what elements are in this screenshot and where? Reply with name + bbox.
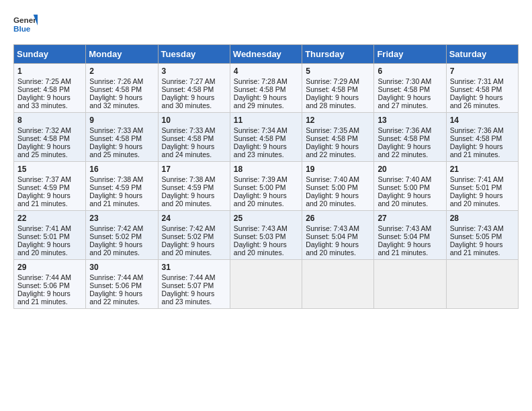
calendar-cell: 28Sunrise: 7:43 AMSunset: 5:05 PMDayligh… [446, 211, 518, 260]
daylight: Daylight: 9 hours and 22 minutes. [378, 142, 431, 158]
day-number: 7 [450, 66, 515, 76]
sunset: Sunset: 4:58 PM [306, 85, 358, 93]
sunset: Sunset: 4:58 PM [234, 85, 286, 93]
sunrise: Sunrise: 7:34 AM [234, 126, 287, 134]
calendar-cell: 24Sunrise: 7:42 AMSunset: 5:02 PMDayligh… [158, 211, 230, 260]
sunrise: Sunrise: 7:33 AM [89, 126, 143, 134]
weekday-header: Thursday [302, 45, 374, 64]
day-number: 22 [17, 214, 82, 223]
logo: GeneralBlue [13, 13, 38, 38]
sunset: Sunset: 5:01 PM [17, 232, 70, 240]
day-number: 12 [306, 116, 370, 125]
day-number: 26 [306, 214, 370, 223]
sunrise: Sunrise: 7:27 AM [162, 77, 216, 85]
day-number: 20 [378, 165, 442, 174]
calendar-cell: 16Sunrise: 7:38 AMSunset: 4:59 PMDayligh… [86, 162, 158, 211]
calendar-table: SundayMondayTuesdayWednesdayThursdayFrid… [13, 44, 519, 309]
calendar-cell: 17Sunrise: 7:38 AMSunset: 4:59 PMDayligh… [158, 162, 230, 211]
calendar-cell [446, 260, 518, 309]
sunrise: Sunrise: 7:38 AM [162, 175, 216, 183]
day-number: 30 [89, 263, 154, 272]
daylight: Daylight: 9 hours and 25 minutes. [17, 142, 71, 158]
daylight: Daylight: 9 hours and 25 minutes. [89, 142, 142, 158]
calendar-cell: 26Sunrise: 7:43 AMSunset: 5:04 PMDayligh… [302, 211, 374, 260]
sunset: Sunset: 4:59 PM [162, 183, 214, 191]
calendar-cell: 8Sunrise: 7:32 AMSunset: 4:58 PMDaylight… [14, 113, 86, 162]
sunset: Sunset: 5:07 PM [162, 281, 214, 289]
day-number: 28 [450, 214, 515, 223]
day-number: 1 [17, 66, 82, 76]
calendar-cell: 2Sunrise: 7:26 AMSunset: 4:58 PMDaylight… [86, 64, 158, 113]
sunset: Sunset: 4:58 PM [306, 134, 358, 142]
daylight: Daylight: 9 hours and 20 minutes. [89, 240, 142, 257]
day-number: 15 [17, 165, 82, 174]
day-number: 10 [162, 116, 226, 125]
calendar-cell: 25Sunrise: 7:43 AMSunset: 5:03 PMDayligh… [230, 211, 302, 260]
sunset: Sunset: 5:06 PM [17, 281, 70, 289]
calendar-header-row: SundayMondayTuesdayWednesdayThursdayFrid… [14, 45, 519, 64]
sunset: Sunset: 5:02 PM [89, 232, 142, 240]
calendar-week-row: 15Sunrise: 7:37 AMSunset: 4:59 PMDayligh… [14, 162, 519, 211]
svg-text:Blue: Blue [13, 24, 31, 33]
calendar-cell: 22Sunrise: 7:41 AMSunset: 5:01 PMDayligh… [14, 211, 86, 260]
daylight: Daylight: 9 hours and 21 minutes. [17, 191, 71, 208]
daylight: Daylight: 9 hours and 24 minutes. [162, 142, 215, 158]
calendar-cell: 1Sunrise: 7:25 AMSunset: 4:58 PMDaylight… [14, 64, 86, 113]
page-header: GeneralBlue [13, 13, 519, 38]
daylight: Daylight: 9 hours and 30 minutes. [162, 93, 215, 109]
calendar-week-row: 8Sunrise: 7:32 AMSunset: 4:58 PMDaylight… [14, 113, 519, 162]
daylight: Daylight: 9 hours and 21 minutes. [89, 191, 142, 208]
sunset: Sunset: 4:59 PM [17, 183, 70, 191]
sunrise: Sunrise: 7:41 AM [17, 224, 71, 232]
sunset: Sunset: 4:58 PM [162, 134, 214, 142]
daylight: Daylight: 9 hours and 27 minutes. [378, 93, 431, 109]
calendar-cell: 11Sunrise: 7:34 AMSunset: 4:58 PMDayligh… [230, 113, 302, 162]
sunset: Sunset: 5:06 PM [89, 281, 142, 289]
daylight: Daylight: 9 hours and 28 minutes. [306, 93, 359, 109]
daylight: Daylight: 9 hours and 32 minutes. [89, 93, 142, 109]
weekday-header: Saturday [446, 45, 518, 64]
sunset: Sunset: 5:04 PM [378, 232, 430, 240]
calendar-cell [374, 260, 446, 309]
calendar-cell: 20Sunrise: 7:40 AMSunset: 5:00 PMDayligh… [374, 162, 446, 211]
day-number: 16 [89, 165, 154, 174]
svg-text:General: General [13, 15, 38, 24]
daylight: Daylight: 9 hours and 20 minutes. [378, 191, 431, 208]
weekday-header: Wednesday [230, 45, 302, 64]
sunset: Sunset: 4:58 PM [378, 85, 430, 93]
daylight: Daylight: 9 hours and 20 minutes. [234, 240, 287, 257]
daylight: Daylight: 9 hours and 33 minutes. [17, 93, 71, 109]
sunrise: Sunrise: 7:33 AM [162, 126, 216, 134]
sunset: Sunset: 4:58 PM [17, 134, 70, 142]
day-number: 25 [234, 214, 298, 223]
calendar-cell: 6Sunrise: 7:30 AMSunset: 4:58 PMDaylight… [374, 64, 446, 113]
sunset: Sunset: 5:00 PM [306, 183, 358, 191]
calendar-cell: 19Sunrise: 7:40 AMSunset: 5:00 PMDayligh… [302, 162, 374, 211]
sunrise: Sunrise: 7:44 AM [89, 273, 143, 281]
calendar-cell: 29Sunrise: 7:44 AMSunset: 5:06 PMDayligh… [14, 260, 86, 309]
day-number: 6 [378, 66, 442, 76]
weekday-header: Monday [86, 45, 158, 64]
sunset: Sunset: 5:01 PM [450, 183, 502, 191]
calendar-week-row: 29Sunrise: 7:44 AMSunset: 5:06 PMDayligh… [14, 260, 519, 309]
day-number: 14 [450, 116, 515, 125]
sunrise: Sunrise: 7:31 AM [450, 77, 504, 85]
daylight: Daylight: 9 hours and 22 minutes. [89, 289, 142, 306]
daylight: Daylight: 9 hours and 21 minutes. [450, 142, 503, 158]
calendar-cell: 4Sunrise: 7:28 AMSunset: 4:58 PMDaylight… [230, 64, 302, 113]
calendar-body: 1Sunrise: 7:25 AMSunset: 4:58 PMDaylight… [14, 64, 519, 309]
daylight: Daylight: 9 hours and 20 minutes. [234, 191, 287, 208]
calendar-cell: 30Sunrise: 7:44 AMSunset: 5:06 PMDayligh… [86, 260, 158, 309]
calendar-week-row: 22Sunrise: 7:41 AMSunset: 5:01 PMDayligh… [14, 211, 519, 260]
sunset: Sunset: 4:58 PM [450, 134, 502, 142]
sunset: Sunset: 5:02 PM [162, 232, 214, 240]
sunrise: Sunrise: 7:43 AM [378, 224, 431, 232]
calendar-cell: 13Sunrise: 7:36 AMSunset: 4:58 PMDayligh… [374, 113, 446, 162]
weekday-header: Tuesday [158, 45, 230, 64]
daylight: Daylight: 9 hours and 21 minutes. [17, 289, 71, 306]
day-number: 27 [378, 214, 442, 223]
weekday-header: Friday [374, 45, 446, 64]
sunset: Sunset: 4:58 PM [450, 85, 502, 93]
sunrise: Sunrise: 7:44 AM [162, 273, 216, 281]
sunset: Sunset: 5:05 PM [450, 232, 502, 240]
